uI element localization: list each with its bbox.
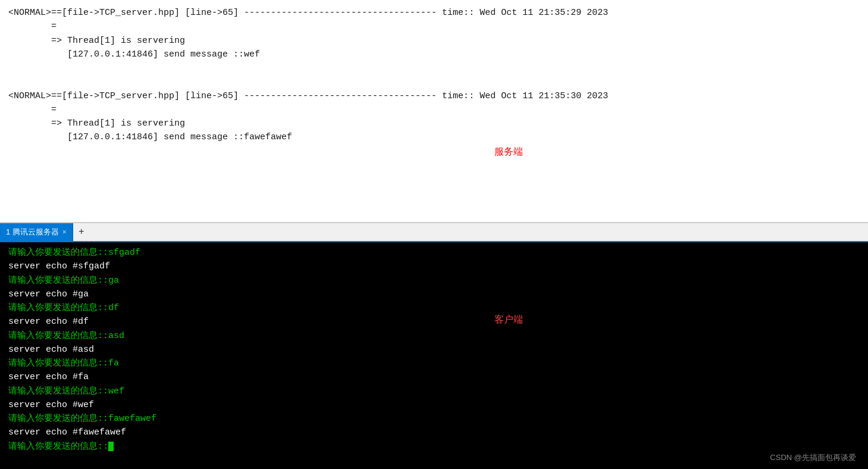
client-line: server echo #df [8, 315, 860, 329]
tab-item-server[interactable]: 1 腾讯云服务器 × [0, 223, 73, 241]
client-label: 客户端 [494, 314, 523, 326]
client-line: 请输入你要发送的信息::fawefawef [8, 412, 860, 426]
server-panel: <NORMAL>==[file->TCP_server.hpp] [line->… [0, 0, 868, 223]
client-line: server echo #fa [8, 370, 860, 384]
client-line: server echo #wef [8, 398, 860, 412]
client-line: 请输入你要发送的信息::df [8, 301, 860, 315]
client-line: 请输入你要发送的信息::sfgadf [8, 246, 860, 259]
tab-close-icon[interactable]: × [62, 228, 67, 236]
tab-number: 1 腾讯云服务器 [6, 227, 59, 237]
csdn-watermark: CSDN @先搞面包再谈爱 [770, 452, 856, 463]
client-output: 请输入你要发送的信息::sfgadfserver echo #sfgadf请输入… [8, 246, 860, 454]
main-container: <NORMAL>==[file->TCP_server.hpp] [line->… [0, 0, 868, 469]
client-line: server echo #ga [8, 287, 860, 301]
input-cursor [108, 442, 114, 451]
client-line: 请输入你要发送的信息:: [8, 440, 860, 454]
server-output: <NORMAL>==[file->TCP_server.hpp] [line->… [8, 6, 860, 145]
client-panel: 请输入你要发送的信息::sfgadfserver echo #sfgadf请输入… [0, 242, 868, 469]
server-label: 服务端 [494, 146, 523, 158]
client-line: server echo #sfgadf [8, 259, 860, 273]
tab-bar: 1 腾讯云服务器 × + [0, 223, 868, 242]
client-line: 请输入你要发送的信息::wef [8, 384, 860, 398]
client-line: 请输入你要发送的信息::fa [8, 357, 860, 370]
client-line: server echo #asd [8, 343, 860, 357]
client-line: 请输入你要发送的信息::asd [8, 329, 860, 343]
client-line: server echo #fawefawef [8, 426, 860, 439]
client-line: 请输入你要发送的信息::ga [8, 274, 860, 287]
tab-add-button[interactable]: + [73, 223, 90, 241]
